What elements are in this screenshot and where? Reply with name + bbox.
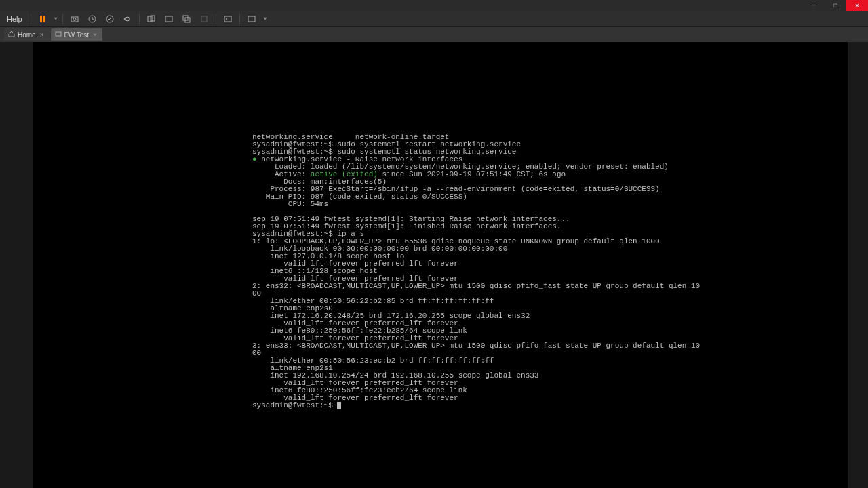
fullscreen-icon[interactable] (163, 13, 175, 25)
minimize-button[interactable]: ─ (803, 0, 825, 11)
terminal-output: networking.service network-online.target… (252, 134, 848, 409)
tab-close-icon[interactable]: × (39, 31, 45, 39)
cursor (337, 402, 341, 409)
svg-rect-8 (165, 16, 172, 22)
home-icon (8, 30, 15, 39)
close-button[interactable]: ✕ (846, 0, 868, 11)
svg-rect-13 (248, 16, 255, 22)
dropdown-icon[interactable]: ▼ (54, 16, 58, 22)
cycle-icon[interactable] (245, 13, 258, 25)
tab-home[interactable]: Home × (4, 28, 50, 41)
unity-icon[interactable] (180, 13, 193, 25)
window-titlebar: ─ ❐ ✕ (0, 0, 868, 11)
manage-icon[interactable] (104, 13, 116, 25)
tab-bar: Home × FW Test × (0, 27, 868, 42)
help-menu[interactable]: Help (4, 14, 25, 24)
revert-icon[interactable] (121, 13, 134, 25)
tab-label: Home (18, 31, 36, 39)
stretch-icon[interactable] (198, 13, 210, 25)
console-view-icon[interactable] (222, 13, 234, 25)
separator (216, 14, 216, 24)
separator (62, 14, 63, 24)
separator (139, 14, 140, 24)
tab-fw-test[interactable]: FW Test × (51, 28, 102, 41)
svg-point-3 (73, 18, 76, 20)
maximize-button[interactable]: ❐ (825, 0, 846, 11)
snapshot-icon[interactable] (68, 13, 81, 25)
svg-rect-1 (43, 16, 45, 22)
console-area[interactable]: networking.service network-online.target… (33, 42, 848, 488)
vm-icon (55, 30, 62, 39)
tab-label: FW Test (64, 31, 89, 39)
dropdown-icon[interactable]: ▼ (263, 16, 267, 22)
pause-icon[interactable] (37, 13, 49, 25)
fit-guest-icon[interactable] (145, 13, 157, 25)
toolbar: Help ▼ ▼ (0, 11, 868, 27)
svg-rect-0 (40, 16, 42, 22)
clock-icon[interactable] (86, 13, 98, 25)
tab-close-icon[interactable]: × (92, 31, 98, 39)
separator (31, 14, 31, 24)
svg-rect-11 (201, 16, 207, 22)
separator (239, 14, 240, 24)
svg-rect-14 (56, 32, 61, 36)
